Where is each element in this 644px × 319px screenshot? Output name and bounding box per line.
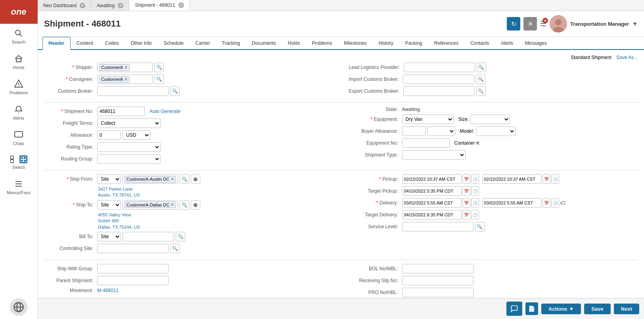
- doc-button[interactable]: 📄: [525, 302, 538, 315]
- pickup-cal1[interactable]: 📅: [462, 174, 470, 184]
- tab-other-info[interactable]: Other Info: [125, 37, 157, 50]
- buyer-allowance-currency[interactable]: [427, 126, 455, 136]
- tab-close-icon[interactable]: ✕: [80, 3, 85, 8]
- equipment-select[interactable]: Dry Van Flatbed: [402, 115, 454, 124]
- ship-to-search[interactable]: 🔍: [180, 200, 189, 210]
- parent-shipment-input[interactable]: [97, 276, 169, 285]
- tab-codes[interactable]: Codes: [99, 37, 125, 50]
- delivery-edit-icon[interactable]: 🏷: [560, 200, 565, 206]
- tab-alerts[interactable]: Alerts: [495, 37, 519, 50]
- rating-type-select[interactable]: [97, 142, 161, 152]
- tab-schedule[interactable]: Schedule: [158, 37, 190, 50]
- movement-value[interactable]: M-468011: [97, 288, 119, 293]
- pickup-clock2[interactable]: 🕐: [551, 174, 559, 184]
- routing-group-select[interactable]: [97, 154, 161, 164]
- allowance-currency-select[interactable]: USD EUR: [123, 130, 150, 140]
- tab-header[interactable]: Header: [42, 37, 71, 50]
- target-delivery-clock[interactable]: 🕐: [471, 210, 479, 220]
- save-button[interactable]: Save: [584, 304, 610, 314]
- tab-contacts[interactable]: Contacts: [464, 37, 495, 50]
- size-select[interactable]: [470, 115, 510, 124]
- browser-tab-shipment[interactable]: Shipment - 468011 ✕: [129, 0, 190, 11]
- shipment-no-input[interactable]: [97, 107, 145, 116]
- shipper-tag-close[interactable]: ✕: [124, 65, 128, 70]
- shipment-type-select[interactable]: [402, 150, 466, 160]
- tab-messages[interactable]: Messages: [519, 37, 553, 50]
- next-button[interactable]: Next: [614, 304, 639, 314]
- target-pickup-cal[interactable]: 📅: [462, 186, 470, 196]
- sidebar-item-problems[interactable]: Problems: [0, 74, 37, 100]
- import-customs-search[interactable]: 🔍: [476, 74, 485, 84]
- bill-to-search[interactable]: 🔍: [176, 232, 185, 241]
- target-delivery-cal[interactable]: 📅: [462, 210, 470, 220]
- ship-to-input[interactable]: CustomerA-Dallas DC ✕: [123, 200, 178, 210]
- delivery-clock2[interactable]: 🕐: [551, 198, 559, 208]
- pickup-date2-input[interactable]: [482, 174, 542, 184]
- target-pickup-clock[interactable]: 🕐: [471, 186, 479, 196]
- receiving-slip-input[interactable]: [402, 276, 473, 285]
- refresh-button[interactable]: ↻: [507, 17, 520, 31]
- tab-carrier[interactable]: Carrier: [190, 37, 216, 50]
- buyer-allowance-input[interactable]: [402, 126, 426, 136]
- delivery-clock1[interactable]: 🕐: [471, 198, 479, 208]
- tab-content[interactable]: Content: [71, 37, 99, 50]
- sidebar-item-chats[interactable]: Chats: [0, 125, 37, 151]
- ship-from-search2[interactable]: ⊕: [191, 174, 200, 184]
- chat-button[interactable]: [506, 302, 522, 316]
- pickup-cal2[interactable]: 📅: [542, 174, 550, 184]
- delivery-cal2[interactable]: 📅: [542, 198, 550, 208]
- customs-broker-search[interactable]: 🔍: [170, 86, 180, 96]
- customs-broker-input[interactable]: [97, 86, 169, 96]
- import-customs-input[interactable]: [403, 74, 474, 84]
- consignee-search-button[interactable]: 🔍: [154, 74, 164, 84]
- tab-documents[interactable]: Documents: [246, 37, 282, 50]
- bol-no-input[interactable]: [402, 264, 473, 273]
- shipper-input[interactable]: CustomerA ✕: [97, 63, 153, 72]
- sidebar-item-search[interactable]: Search: [0, 24, 37, 49]
- bill-to-type-select[interactable]: Site: [97, 232, 121, 241]
- user-dropdown-arrow[interactable]: ▼: [632, 21, 638, 27]
- shipper-search-button[interactable]: 🔍: [154, 63, 164, 72]
- globe-button[interactable]: [10, 298, 27, 316]
- lead-logistics-input[interactable]: [404, 63, 475, 72]
- sidebar-item-menus[interactable]: Menus/Favs: [0, 174, 37, 200]
- tab-problems[interactable]: Problems: [306, 37, 338, 50]
- consignee-input[interactable]: CustomerA ✕: [97, 74, 153, 84]
- export-customs-search[interactable]: 🔍: [476, 86, 486, 96]
- controlling-site-search[interactable]: 🔍: [170, 244, 180, 253]
- model-select[interactable]: [476, 126, 516, 136]
- actions-button[interactable]: Actions ▼: [541, 304, 581, 314]
- controlling-site-input[interactable]: [97, 244, 169, 253]
- pro-no-input[interactable]: [402, 288, 473, 297]
- app-logo[interactable]: one: [0, 0, 38, 24]
- tab-packing[interactable]: Packing: [399, 37, 428, 50]
- ship-from-search[interactable]: 🔍: [180, 174, 189, 184]
- auto-generate-link[interactable]: Auto Generate: [150, 109, 180, 114]
- tab-close-icon[interactable]: ✕: [118, 3, 123, 8]
- export-customs-input[interactable]: [403, 86, 475, 96]
- tab-tracking[interactable]: Tracking: [216, 37, 246, 50]
- browser-tab-neo-dashboard[interactable]: Neo Dashboard ✕: [38, 0, 91, 11]
- tab-milestones[interactable]: Milestones: [338, 37, 372, 50]
- ship-from-type-select[interactable]: Site: [97, 174, 121, 184]
- tab-close-icon[interactable]: ✕: [178, 2, 184, 8]
- allowance-input[interactable]: [97, 130, 121, 140]
- service-level-search[interactable]: 🔍: [475, 222, 485, 231]
- browser-tab-awaiting[interactable]: Awaiting ✕: [91, 0, 129, 11]
- tab-holds[interactable]: Holds: [282, 37, 306, 50]
- target-pickup-input[interactable]: [402, 186, 462, 196]
- delivery-date2-input[interactable]: [482, 198, 542, 208]
- close-button[interactable]: ✕: [523, 17, 537, 31]
- sidebar-item-alerts[interactable]: Alerts: [0, 100, 37, 125]
- delivery-cal1[interactable]: 📅: [462, 198, 470, 208]
- ship-to-search2[interactable]: ⊕: [191, 200, 200, 210]
- sidebar-item-home[interactable]: Home: [0, 49, 37, 74]
- bill-to-input[interactable]: [123, 232, 174, 241]
- pickup-date1-input[interactable]: [402, 174, 462, 184]
- save-as-link[interactable]: Save As...: [616, 55, 638, 60]
- delivery-date1-input[interactable]: [402, 198, 462, 208]
- notification-badge[interactable]: ☰ ★: [540, 19, 546, 28]
- target-delivery-input[interactable]: [402, 210, 462, 220]
- equipment-no-input[interactable]: [402, 138, 450, 148]
- tab-history[interactable]: History: [373, 37, 399, 50]
